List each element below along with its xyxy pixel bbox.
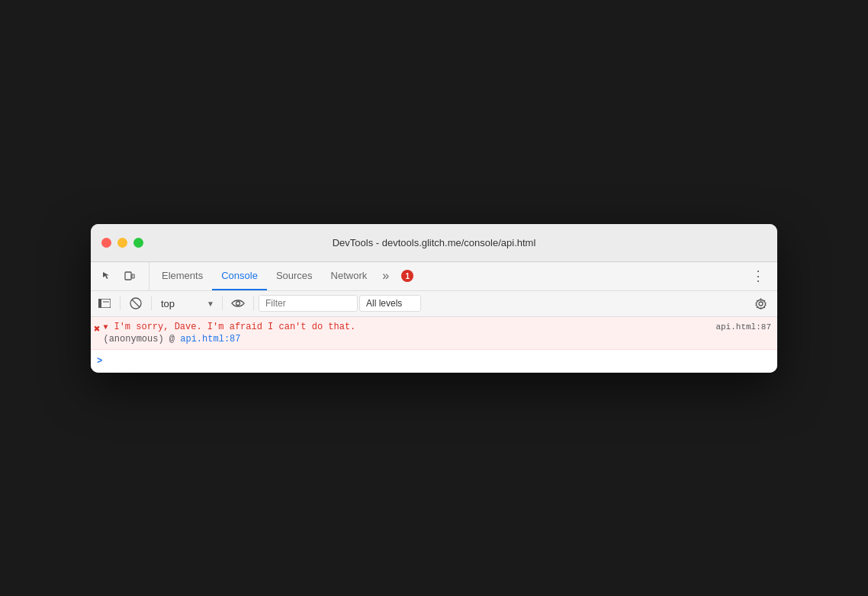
context-selector[interactable]: top ▼: [156, 296, 217, 311]
console-repl-input[interactable]: [107, 356, 771, 367]
console-output: ✖ ▼ I'm sorry, Dave. I'm afraid I can't …: [91, 317, 777, 373]
tab-elements[interactable]: Elements: [153, 262, 212, 290]
error-count: 1: [401, 270, 413, 282]
window-controls: [101, 238, 143, 248]
tab-icon-group: [97, 262, 149, 290]
live-expressions-button[interactable]: [227, 293, 249, 313]
title-bar: DevTools - devtools.glitch.me/console/ap…: [91, 224, 777, 262]
error-expand-triangle[interactable]: ▼: [103, 323, 108, 332]
devtools-settings-button[interactable]: ⋮: [745, 262, 771, 290]
window-title: DevTools - devtools.glitch.me/console/ap…: [333, 237, 536, 248]
toolbar-divider-4: [253, 296, 254, 310]
error-line1: ▼ I'm sorry, Dave. I'm afraid I can't do…: [103, 322, 771, 332]
filter-input[interactable]: [259, 295, 358, 312]
inspect-element-button[interactable]: [97, 266, 117, 286]
svg-line-6: [132, 300, 140, 307]
minimize-button[interactable]: [117, 238, 127, 248]
svg-rect-3: [98, 299, 101, 308]
error-stack-link[interactable]: api.html:87: [180, 334, 240, 344]
error-icon: ✖: [94, 322, 100, 335]
maximize-button[interactable]: [133, 238, 143, 248]
error-stack-trace: (anonymous) @ api.html:87: [103, 334, 771, 344]
tab-network[interactable]: Network: [322, 262, 377, 290]
error-badge[interactable]: 1: [395, 262, 420, 290]
svg-rect-1: [132, 274, 134, 278]
console-input-row: >: [91, 350, 777, 373]
prompt-arrow: >: [97, 356, 102, 367]
toolbar-divider-1: [120, 296, 121, 310]
context-select-input[interactable]: top: [156, 296, 217, 311]
tabs-bar: Elements Console Sources Network » 1 ⋮: [91, 262, 777, 291]
close-button[interactable]: [101, 238, 111, 248]
devtools-window: DevTools - devtools.glitch.me/console/ap…: [91, 224, 777, 373]
more-tabs-button[interactable]: »: [376, 262, 395, 290]
toolbar-divider-2: [151, 296, 152, 310]
toolbar-divider-3: [222, 296, 223, 310]
sidebar-toggle-button[interactable]: [94, 293, 115, 313]
console-toolbar: top ▼ All levels Verbose Info Warnings E…: [91, 291, 777, 317]
log-level-select-input[interactable]: All levels Verbose Info Warnings Errors: [359, 295, 421, 312]
error-source-location[interactable]: api.html:87: [715, 322, 771, 332]
clear-console-button[interactable]: [125, 293, 146, 313]
device-toolbar-button[interactable]: [120, 266, 140, 286]
log-level-selector[interactable]: All levels Verbose Info Warnings Errors: [359, 295, 421, 312]
svg-rect-0: [125, 272, 131, 280]
tab-console[interactable]: Console: [212, 262, 267, 290]
error-message-row: ✖ ▼ I'm sorry, Dave. I'm afraid I can't …: [91, 317, 777, 350]
svg-point-8: [759, 302, 763, 306]
tab-sources[interactable]: Sources: [267, 262, 322, 290]
error-stack-prefix: (anonymous) @: [103, 334, 175, 344]
console-settings-button[interactable]: [750, 293, 771, 313]
error-message-text: I'm sorry, Dave. I'm afraid I can't do t…: [114, 322, 709, 332]
svg-point-7: [236, 302, 240, 306]
error-content: ▼ I'm sorry, Dave. I'm afraid I can't do…: [103, 322, 771, 344]
